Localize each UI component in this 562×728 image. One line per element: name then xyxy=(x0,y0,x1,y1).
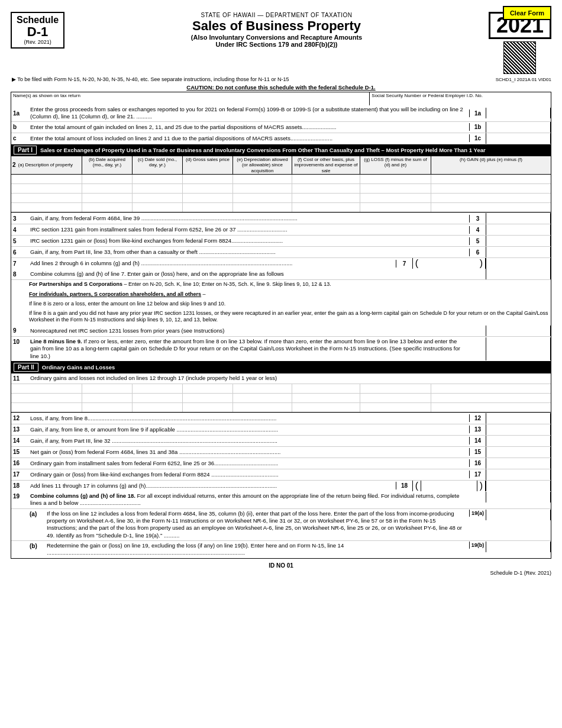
input-b-2[interactable] xyxy=(83,185,131,191)
input-11-g-3[interactable] xyxy=(361,404,429,410)
td-11-g-3[interactable] xyxy=(360,403,431,412)
td-11-h-3[interactable] xyxy=(431,403,551,412)
line-17-input[interactable] xyxy=(486,469,551,480)
line-19-input[interactable] xyxy=(486,492,551,502)
input-11-d-1[interactable] xyxy=(184,385,231,391)
line-16-input[interactable] xyxy=(486,458,551,469)
input-11-a-3[interactable] xyxy=(12,404,80,410)
line-7-field-g[interactable] xyxy=(422,259,476,265)
input-c-3[interactable] xyxy=(134,194,181,200)
line-10-field[interactable] xyxy=(488,338,548,360)
td-c-2[interactable] xyxy=(133,184,183,193)
line-7-input-g[interactable] xyxy=(421,258,477,269)
input-b-3[interactable] xyxy=(83,194,131,200)
line-17-field[interactable] xyxy=(488,470,548,476)
td-11-f-2[interactable] xyxy=(292,394,360,402)
line-6-field[interactable] xyxy=(488,247,548,254)
input-11-e-1[interactable] xyxy=(234,385,290,391)
line-15-input[interactable] xyxy=(486,447,551,458)
input-h-1[interactable] xyxy=(432,175,550,181)
input-h-4[interactable] xyxy=(432,204,550,210)
input-c-4[interactable] xyxy=(134,204,181,210)
td-11-g-2[interactable] xyxy=(360,394,431,402)
input-c-1[interactable] xyxy=(134,175,181,181)
line-1a-field[interactable] xyxy=(488,108,548,115)
td-a-4[interactable] xyxy=(11,203,82,212)
line-1b-field[interactable] xyxy=(488,123,548,129)
line-19b-field[interactable] xyxy=(488,542,548,549)
td-c-4[interactable] xyxy=(133,203,183,212)
input-11-d-3[interactable] xyxy=(184,404,231,410)
input-11-c-3[interactable] xyxy=(134,404,181,410)
line-3-input[interactable] xyxy=(486,213,551,224)
line-5-field[interactable] xyxy=(488,236,548,243)
line-16-field[interactable] xyxy=(488,459,548,465)
input-d-2[interactable] xyxy=(184,185,231,191)
input-f-3[interactable] xyxy=(293,194,358,200)
input-11-e-3[interactable] xyxy=(234,404,290,410)
line-9-field[interactable] xyxy=(488,326,548,333)
td-h-1[interactable] xyxy=(431,175,551,183)
input-a-3[interactable] xyxy=(12,194,80,200)
td-11-c-1[interactable] xyxy=(133,384,183,393)
td-11-e-1[interactable] xyxy=(233,384,292,393)
input-11-f-3[interactable] xyxy=(293,404,358,410)
line-13-input[interactable] xyxy=(486,424,551,435)
input-11-c-2[interactable] xyxy=(134,394,181,400)
td-11-e-3[interactable] xyxy=(233,403,292,412)
line-18-field-g[interactable] xyxy=(423,481,475,488)
td-f-2[interactable] xyxy=(292,184,360,193)
td-11-c-3[interactable] xyxy=(133,403,183,412)
line-19a-input[interactable] xyxy=(486,510,551,520)
td-b-1[interactable] xyxy=(82,175,133,183)
td-g-4[interactable] xyxy=(360,203,431,212)
input-b-4[interactable] xyxy=(83,204,131,210)
input-11-e-2[interactable] xyxy=(234,394,290,400)
td-d-1[interactable] xyxy=(183,175,233,183)
input-f-2[interactable] xyxy=(293,185,358,191)
td-h-4[interactable] xyxy=(431,203,551,212)
input-a-2[interactable] xyxy=(12,185,80,191)
input-e-4[interactable] xyxy=(234,204,290,210)
td-c-1[interactable] xyxy=(133,175,183,183)
input-h-3[interactable] xyxy=(432,194,550,200)
line-14-field[interactable] xyxy=(488,436,548,443)
td-11-b-1[interactable] xyxy=(82,384,133,393)
input-g-4[interactable] xyxy=(361,204,429,210)
input-e-2[interactable] xyxy=(234,185,290,191)
input-11-d-2[interactable] xyxy=(184,394,231,400)
line-13-field[interactable] xyxy=(488,425,548,431)
td-11-f-3[interactable] xyxy=(292,403,360,412)
line-9-input[interactable] xyxy=(486,326,551,336)
line-8-input[interactable] xyxy=(486,269,551,279)
line-4-input[interactable] xyxy=(486,224,551,235)
input-11-a-1[interactable] xyxy=(12,385,80,391)
td-11-d-1[interactable] xyxy=(183,384,233,393)
input-11-b-2[interactable] xyxy=(83,394,131,400)
input-c-2[interactable] xyxy=(134,185,181,191)
td-a-2[interactable] xyxy=(11,184,82,193)
line-18-input-h[interactable] xyxy=(486,481,551,491)
input-11-h-1[interactable] xyxy=(432,385,550,391)
line-12-input[interactable] xyxy=(486,413,551,424)
input-11-a-2[interactable] xyxy=(12,394,80,400)
input-11-h-3[interactable] xyxy=(432,404,550,410)
td-11-b-2[interactable] xyxy=(82,394,133,402)
input-11-f-2[interactable] xyxy=(293,394,358,400)
td-11-d-2[interactable] xyxy=(183,394,233,402)
td-f-3[interactable] xyxy=(292,194,360,202)
td-g-2[interactable] xyxy=(360,184,431,193)
input-a-1[interactable] xyxy=(12,175,80,181)
td-d-4[interactable] xyxy=(183,203,233,212)
line-6-input[interactable] xyxy=(486,247,551,257)
td-b-4[interactable] xyxy=(82,203,133,212)
input-11-b-1[interactable] xyxy=(83,385,131,391)
line-15-field[interactable] xyxy=(488,447,548,454)
clear-form-button[interactable]: Clear Form xyxy=(503,6,551,20)
input-11-h-2[interactable] xyxy=(432,394,550,400)
input-d-1[interactable] xyxy=(184,175,231,181)
td-11-h-2[interactable] xyxy=(431,394,551,402)
input-g-2[interactable] xyxy=(361,185,429,191)
td-b-2[interactable] xyxy=(82,184,133,193)
line-3-field[interactable] xyxy=(488,214,548,220)
